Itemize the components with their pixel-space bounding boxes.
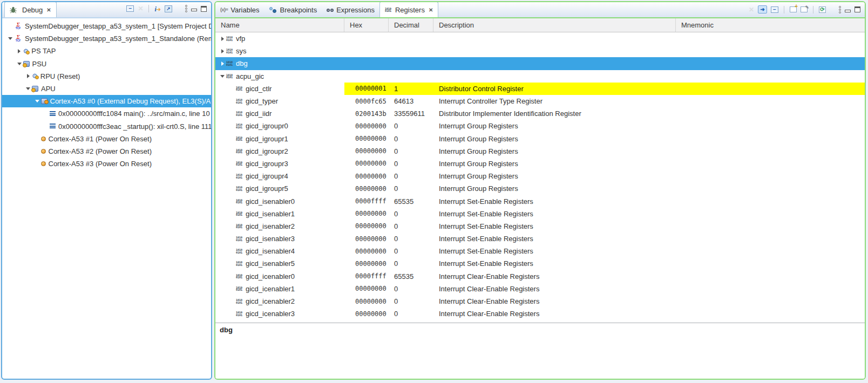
- view-menu-icon[interactable]: [185, 5, 187, 12]
- register-name-cell: 10100101gicd_icenabler0: [215, 270, 344, 283]
- expand-arrow-icon[interactable]: [24, 74, 32, 78]
- expand-arrow-icon[interactable]: [16, 49, 23, 53]
- collapse-arrow-icon[interactable]: [24, 87, 32, 90]
- expand-arrow-icon[interactable]: [219, 37, 226, 41]
- register-row[interactable]: 10100101gicd_icenabler3000000000Interrup…: [215, 307, 865, 320]
- register-row[interactable]: 10100101gicd_igroupr0000000000Interrupt …: [215, 120, 865, 132]
- register-row[interactable]: 10100101gicd_iidr0200143b33559611Distrib…: [215, 107, 865, 120]
- register-mnemonic-cell: [676, 208, 865, 220]
- column-header-name[interactable]: Name: [215, 18, 344, 32]
- edit-register-group-icon[interactable]: [801, 6, 808, 12]
- register-row[interactable]: 10100101gicd_isenabler3000000000Interrup…: [215, 232, 865, 245]
- register-hex-cell: 0000ffff: [344, 195, 389, 207]
- debug-toolbar: −✕i➜↗: [126, 4, 211, 17]
- register-row[interactable]: 10100101gicd_igroupr4000000000Interrupt …: [215, 170, 865, 182]
- tab-variables[interactable]: (x)=Variables: [215, 3, 265, 17]
- debug-view: Debug ✕ −✕i➜↗ ΣTCFSystemDebugger_testapp…: [1, 1, 212, 380]
- register-row[interactable]: 10100101vfp: [215, 32, 865, 45]
- column-header-mnemonic[interactable]: Mnemonic: [676, 18, 865, 32]
- register-row[interactable]: 10100101gicd_isenabler4000000000Interrup…: [215, 245, 865, 257]
- close-icon[interactable]: ✕: [46, 7, 51, 13]
- coreoff-icon: [41, 136, 46, 141]
- register-decimal-cell: 65535: [389, 270, 433, 283]
- minimize-icon[interactable]: [191, 6, 197, 11]
- tab-label: Debug: [22, 6, 43, 14]
- refresh-icon[interactable]: ⟳: [819, 6, 826, 13]
- column-header-hex[interactable]: Hex: [344, 18, 389, 32]
- register-row[interactable]: 10100101gicd_igroupr2000000000Interrupt …: [215, 145, 865, 158]
- register-name-cell: 10100101gicd_ctlr: [215, 83, 344, 95]
- collapse-arrow-icon[interactable]: [219, 75, 226, 78]
- tree-item-label: Cortex-A53 #0 (External Debug Request), …: [50, 97, 212, 105]
- close-icon[interactable]: ✕: [429, 7, 433, 13]
- tab-breakpoints[interactable]: Breakpoints: [265, 3, 322, 17]
- column-header-decimal[interactable]: Decimal: [389, 18, 433, 32]
- register-row[interactable]: 10100101gicd_icenabler1000000000Interrup…: [215, 283, 865, 295]
- register-row[interactable]: 10100101gicd_ctlr000000011Distributor Co…: [215, 83, 865, 95]
- column-header-description[interactable]: Description: [433, 18, 676, 32]
- register-row[interactable]: 10100101gicd_igroupr3000000000Interrupt …: [215, 158, 865, 170]
- frame-icon: [50, 124, 56, 129]
- launch-external-icon[interactable]: ↗: [165, 5, 172, 12]
- expand-arrow-icon[interactable]: [219, 61, 226, 66]
- toolbar-separator: [784, 6, 784, 13]
- tab-registers[interactable]: 10100101Registers✕: [379, 2, 438, 17]
- tree-item[interactable]: Cortex-A53 #1 (Power On Reset): [2, 133, 211, 145]
- tree-item[interactable]: ⚙PS TAP: [2, 45, 211, 57]
- view-menu-icon[interactable]: [839, 6, 841, 13]
- maximize-icon[interactable]: [855, 6, 860, 12]
- tree-item[interactable]: 0x00000000fffc3eac _startup(): xil-crt0.…: [2, 120, 211, 133]
- register-row[interactable]: 10100101dbg: [215, 57, 865, 70]
- register-name-cell: 10100101gicd_isenabler2: [215, 220, 344, 232]
- core-icon: [41, 98, 48, 104]
- chip-icon: [23, 61, 30, 67]
- register-row[interactable]: 10100101gicd_igroupr5000000000Interrupt …: [215, 182, 865, 195]
- debug-tabstrip: Debug ✕ −✕i➜↗: [2, 2, 211, 18]
- register-name-cell: 10100101gicd_igroupr5: [215, 182, 344, 195]
- binary-register-icon: 10100101: [236, 86, 243, 91]
- tree-item[interactable]: ⚙RPU (Reset): [2, 70, 211, 83]
- collapse-all-icon[interactable]: −: [771, 6, 778, 13]
- tree-item[interactable]: APU: [2, 83, 211, 95]
- register-row[interactable]: 10100101gicd_icenabler2000000000Interrup…: [215, 295, 865, 307]
- register-name-cell: 10100101dbg: [215, 57, 344, 70]
- register-row[interactable]: 10100101gicd_typer0000fc6564613Interrupt…: [215, 95, 865, 107]
- maximize-icon[interactable]: [201, 6, 207, 12]
- expand-arrow-icon[interactable]: [219, 49, 226, 53]
- collapse-arrow-icon[interactable]: [16, 63, 23, 65]
- tree-item[interactable]: Cortex-A53 #2 (Power On Reset): [2, 145, 211, 158]
- register-row[interactable]: 10100101gicd_igroupr1000000000Interrupt …: [215, 133, 865, 145]
- collapse-arrow-icon[interactable]: [6, 37, 14, 40]
- minimize-icon[interactable]: [845, 7, 851, 12]
- tree-item[interactable]: Cortex-A53 #0 (External Debug Request), …: [2, 95, 211, 107]
- show-process-info-icon[interactable]: i➜: [154, 4, 161, 13]
- register-name: gicd_iidr: [246, 110, 272, 118]
- register-row[interactable]: 10100101gicd_isenabler00000ffff65535Inte…: [215, 195, 865, 207]
- register-name: sys: [236, 47, 247, 55]
- collapse-all-icon[interactable]: −: [126, 5, 134, 12]
- tab-debug[interactable]: Debug ✕: [4, 2, 57, 17]
- collapse-arrow-icon[interactable]: [33, 100, 41, 102]
- register-mnemonic-cell: [676, 307, 865, 320]
- register-decimal-cell: 0: [389, 133, 433, 145]
- register-row[interactable]: 10100101gicd_isenabler5000000000Interrup…: [215, 257, 865, 270]
- binary-register-icon: 10100101: [236, 199, 243, 204]
- tree-item[interactable]: 0x00000000fffc1084 main(): ../src/main.c…: [2, 107, 211, 120]
- register-name-cell: 10100101gicd_icenabler1: [215, 283, 344, 295]
- tree-item[interactable]: ΣTCFSystemDebugger_testapp_a53_system_1 …: [2, 20, 211, 32]
- register-row[interactable]: 10100101acpu_gic: [215, 70, 865, 83]
- register-row[interactable]: 10100101gicd_icenabler4000000000Interrup…: [215, 320, 865, 323]
- tree-item[interactable]: Cortex-A53 #3 (Power On Reset): [2, 158, 211, 170]
- register-row[interactable]: 10100101gicd_isenabler1000000000Interrup…: [215, 208, 865, 220]
- register-name: gicd_icenabler3: [246, 310, 295, 318]
- tab-expressions[interactable]: Expressions: [322, 3, 379, 17]
- show-registers-in-groups-icon[interactable]: ➜: [758, 5, 767, 13]
- register-row[interactable]: 10100101gicd_icenabler00000ffff65535Inte…: [215, 270, 865, 283]
- register-decimal-cell: 0: [389, 257, 433, 270]
- register-row[interactable]: 10100101gicd_isenabler2000000000Interrup…: [215, 220, 865, 232]
- tree-item[interactable]: ΣTCFSystemDebugger_testapp_a53_system_1_…: [2, 32, 211, 45]
- register-description-cell: Interrupt Group Registers: [433, 182, 676, 195]
- tree-item[interactable]: PSU: [2, 58, 211, 70]
- new-register-group-icon[interactable]: [790, 6, 797, 12]
- register-row[interactable]: 10100101sys: [215, 45, 865, 57]
